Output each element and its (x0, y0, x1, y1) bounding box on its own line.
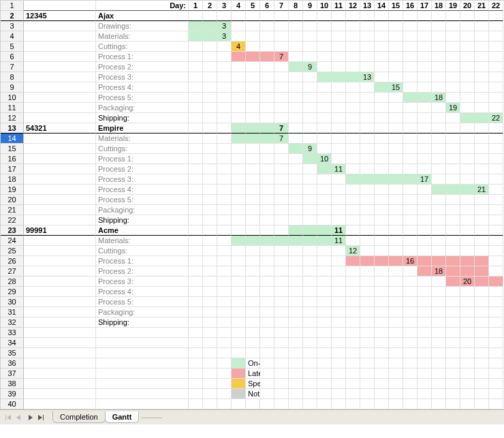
row-header[interactable]: 19 (1, 185, 24, 195)
tab-completion[interactable]: Completion (52, 411, 106, 423)
tab-nav-first-icon[interactable] (3, 412, 14, 423)
task-label: Process 4: (96, 287, 189, 297)
row-header[interactable]: 16 (1, 154, 24, 164)
row-header[interactable]: 22 (1, 215, 24, 225)
legend-label-not_complete: Not Yet Complete (246, 389, 260, 399)
gantt-bar-cell (360, 174, 375, 185)
legend-swatch-not_complete (232, 389, 246, 399)
task-label: Packaging: (96, 307, 189, 317)
day-col-22: 22 (489, 1, 503, 11)
row-header[interactable]: 36 (1, 358, 24, 369)
row-header[interactable]: 24 (1, 236, 24, 246)
gantt-bar-cell (418, 266, 432, 277)
day-col-4: 4 (232, 1, 246, 11)
day-label: Day: (96, 1, 189, 11)
gantt-bar-end-value: 21 (475, 185, 489, 195)
tab-nav-last-icon[interactable] (35, 412, 46, 423)
gantt-bar-cell (346, 72, 360, 82)
gantt-bar-end-value: 15 (389, 82, 403, 93)
gantt-bar-cell (446, 256, 460, 266)
row-header[interactable]: 29 (1, 287, 24, 297)
row-header[interactable]: 2 (1, 11, 24, 21)
gantt-bar-cell (260, 134, 274, 144)
row-header[interactable]: 15 (1, 144, 24, 154)
gantt-bar-cell (317, 164, 332, 174)
row-header[interactable]: 40 (1, 399, 24, 409)
day-col-6: 6 (260, 1, 274, 11)
row-header[interactable]: 37 (1, 369, 24, 379)
row-header[interactable]: 32 (1, 317, 24, 328)
tab-gantt[interactable]: Gantt (105, 411, 140, 423)
row-header[interactable]: 17 (1, 164, 24, 174)
row-header[interactable]: 1 (1, 1, 24, 11)
row-header[interactable]: 25 (1, 246, 24, 256)
row-header[interactable]: 28 (1, 277, 24, 287)
row-header[interactable]: 27 (1, 266, 24, 277)
row-header[interactable]: 21 (1, 205, 24, 215)
legend-label-on_time: On-time (246, 358, 260, 369)
row-header[interactable]: 34 (1, 338, 24, 348)
row-header[interactable]: 35 (1, 348, 24, 358)
row-header[interactable]: 20 (1, 195, 24, 205)
row-header[interactable]: 10 (1, 93, 24, 103)
gantt-bar-cell (289, 144, 303, 154)
row-header[interactable]: 13 (1, 123, 24, 134)
task-label: Process 5: (96, 297, 189, 307)
gantt-bar-end-value: 7 (274, 52, 289, 62)
gantt-bar-cell (246, 134, 260, 144)
gantt-grid[interactable]: 1Day:12345678910111213141516171819202122… (0, 0, 504, 409)
gantt-bar-end-value: 11 (332, 225, 346, 236)
row-header[interactable]: 5 (1, 42, 24, 52)
gantt-bar-end-value: 20 (460, 277, 475, 287)
task-label: Process 3: (96, 277, 189, 287)
gantt-bar-cell (189, 21, 203, 31)
row-header[interactable]: 11 (1, 103, 24, 113)
task-label: Process 2: (96, 164, 189, 174)
row-header[interactable]: 4 (1, 31, 24, 42)
gantt-bar-cell (317, 236, 332, 246)
day-col-16: 16 (403, 1, 418, 11)
gantt-bar-cell (232, 134, 246, 144)
gantt-bar-cell (260, 236, 274, 246)
gantt-bar-cell (274, 236, 289, 246)
task-label: Shipping: (96, 215, 189, 225)
day-col-20: 20 (460, 1, 475, 11)
row-header[interactable]: 8 (1, 72, 24, 82)
gantt-bar-end-value: 7 (274, 123, 289, 134)
day-col-19: 19 (446, 1, 460, 11)
gantt-bar-cell (460, 113, 475, 123)
row-header[interactable]: 30 (1, 297, 24, 307)
task-label: Materials: (96, 236, 189, 246)
gantt-bar-cell (446, 266, 460, 277)
gantt-bar-end-value: 10 (317, 154, 332, 164)
task-label: Shipping: (96, 113, 189, 123)
gantt-bar-cell (375, 256, 389, 266)
row-header[interactable]: 39 (1, 389, 24, 399)
day-col-9: 9 (303, 1, 317, 11)
row-header[interactable]: 18 (1, 174, 24, 185)
gantt-bar-cell (289, 62, 303, 72)
day-col-5: 5 (246, 1, 260, 11)
row-header[interactable]: 9 (1, 82, 24, 93)
tab-nav-next-icon[interactable] (25, 412, 35, 423)
row-header[interactable]: 6 (1, 52, 24, 62)
job-id: 12345 (24, 11, 96, 21)
row-header[interactable]: 23 (1, 225, 24, 236)
gantt-bar-end-value: 3 (217, 31, 232, 42)
gantt-bar-cell (475, 256, 489, 266)
legend-label-special: Special (246, 379, 260, 389)
row-header[interactable]: 26 (1, 256, 24, 266)
row-header[interactable]: 33 (1, 328, 24, 338)
tab-nav-prev-icon[interactable] (14, 412, 25, 423)
row-header[interactable]: 12 (1, 113, 24, 123)
day-col-2: 2 (203, 1, 217, 11)
gantt-bar-cell (389, 256, 403, 266)
gantt-bar-end-value: 17 (418, 174, 432, 185)
gantt-bar-end-value: 18 (432, 93, 446, 103)
row-header[interactable]: 3 (1, 21, 24, 31)
row-header[interactable]: 38 (1, 379, 24, 389)
row-header[interactable]: 31 (1, 307, 24, 317)
gantt-bar-cell (346, 174, 360, 185)
row-header[interactable]: 14 (1, 134, 24, 144)
row-header[interactable]: 7 (1, 62, 24, 72)
